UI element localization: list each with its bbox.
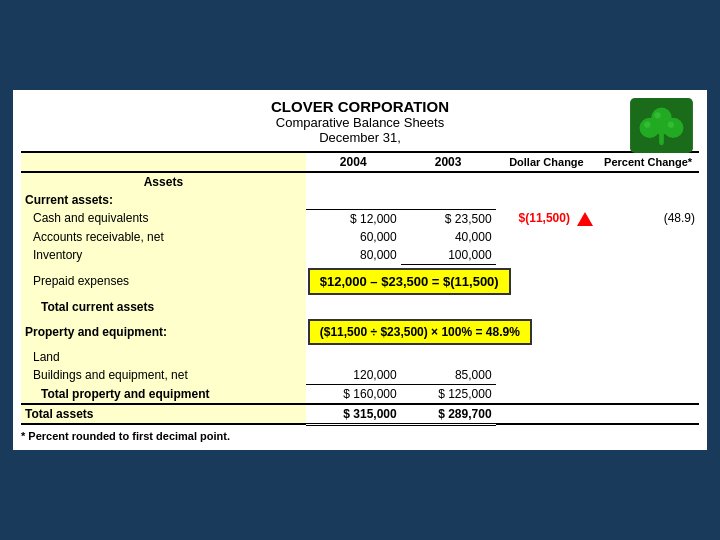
- current-assets-label: Current assets:: [21, 191, 306, 209]
- year2004-header: 2004: [306, 152, 401, 172]
- inventory-row: Inventory 80,000 100,000: [21, 246, 699, 265]
- outer-container: CLOVER CORPORATION Comparative Balance S…: [5, 5, 715, 535]
- main-title: CLOVER CORPORATION: [271, 98, 449, 115]
- label-header: [21, 152, 306, 172]
- title-block: CLOVER CORPORATION Comparative Balance S…: [271, 98, 449, 145]
- total-assets-row: Total assets $ 315,000 $ 289,700: [21, 404, 699, 425]
- buildings-2003: 85,000: [401, 366, 496, 385]
- cash-percent: (48.9): [597, 209, 699, 228]
- cash-2003: $ 23,500: [401, 209, 496, 228]
- total-prop-2003: $ 125,000: [401, 384, 496, 404]
- buildings-2004: 120,000: [306, 366, 401, 385]
- svg-point-8: [668, 122, 674, 128]
- total-assets-2004: $ 315,000: [306, 404, 401, 425]
- total-current-label: Total current assets: [21, 298, 306, 316]
- callout1-cell: $12,000 – $23,500 = $(11,500): [306, 264, 699, 298]
- header-row: 2004 2003 Dollar Change Percent Change*: [21, 152, 699, 172]
- assets-row: Assets: [21, 172, 699, 191]
- dollar-change-header: Dollar Change: [496, 152, 598, 172]
- callout-box-1: $12,000 – $23,500 = $(11,500): [308, 268, 511, 295]
- cash-row: Cash and equivalents $ 12,000 $ 23,500 $…: [21, 209, 699, 228]
- property-row: Property and equipment: ($11,500 ÷ $23,5…: [21, 316, 699, 348]
- inventory-2003: 100,000: [401, 246, 496, 265]
- total-property-label: Total property and equipment: [21, 384, 306, 404]
- assets-label: Assets: [21, 172, 306, 191]
- shamrock-icon: [629, 98, 699, 158]
- ar-2003: 40,000: [401, 228, 496, 246]
- balance-sheet-table: 2004 2003 Dollar Change Percent Change* …: [21, 151, 699, 426]
- ar-2004: 60,000: [306, 228, 401, 246]
- card: CLOVER CORPORATION Comparative Balance S…: [10, 87, 710, 453]
- prepaid-row: Prepaid expenses $12,000 – $23,500 = $(1…: [21, 264, 699, 298]
- total-assets-label: Total assets: [21, 404, 306, 425]
- header-area: CLOVER CORPORATION Comparative Balance S…: [21, 98, 699, 145]
- callout-box-2: ($11,500 ÷ $23,500) × 100% = 48.9%: [308, 319, 532, 345]
- total-current-assets-row: Total current assets: [21, 298, 699, 316]
- cash-2004: $ 12,000: [306, 209, 401, 228]
- svg-rect-5: [659, 133, 664, 146]
- buildings-row: Buildings and equipment, net 120,000 85,…: [21, 366, 699, 385]
- total-assets-2003: $ 289,700: [401, 404, 496, 425]
- cash-dollar: $(11,500): [496, 209, 598, 228]
- up-arrow-icon: [577, 212, 593, 226]
- current-assets-header-row: Current assets:: [21, 191, 699, 209]
- inventory-label: Inventory: [21, 246, 306, 265]
- footnote: * Percent rounded to first decimal point…: [21, 430, 699, 442]
- ar-label: Accounts receivable, net: [21, 228, 306, 246]
- prepaid-label: Prepaid expenses: [21, 264, 306, 298]
- land-row: Land: [21, 348, 699, 366]
- sub-title2: December 31,: [271, 130, 449, 145]
- total-prop-2004: $ 160,000: [306, 384, 401, 404]
- land-label: Land: [21, 348, 306, 366]
- cash-label: Cash and equivalents: [21, 209, 306, 228]
- sub-title1: Comparative Balance Sheets: [271, 115, 449, 130]
- property-label: Property and equipment:: [21, 316, 306, 348]
- buildings-label: Buildings and equipment, net: [21, 366, 306, 385]
- accounts-receivable-row: Accounts receivable, net 60,000 40,000: [21, 228, 699, 246]
- svg-point-7: [644, 122, 650, 128]
- svg-point-6: [654, 112, 660, 118]
- callout2-cell: ($11,500 ÷ $23,500) × 100% = 48.9%: [306, 316, 699, 348]
- year2003-header: 2003: [401, 152, 496, 172]
- total-property-row: Total property and equipment $ 160,000 $…: [21, 384, 699, 404]
- inventory-2004: 80,000: [306, 246, 401, 265]
